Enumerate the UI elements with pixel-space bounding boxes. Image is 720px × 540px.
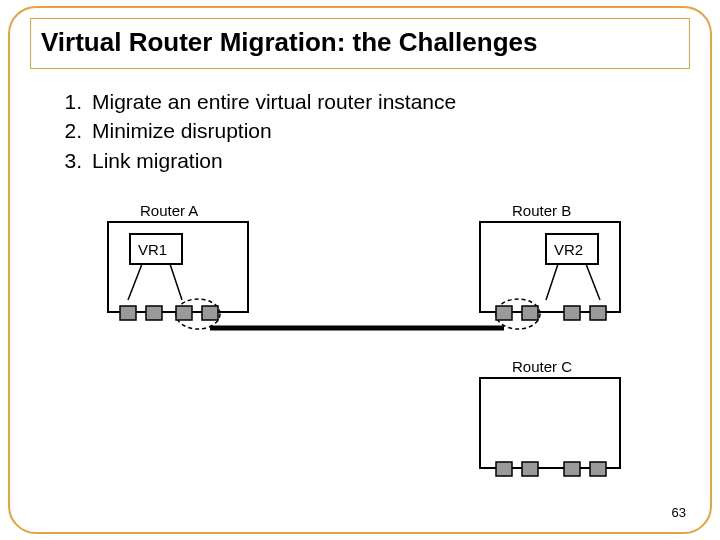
port-icon: [522, 462, 538, 476]
port-icon: [590, 462, 606, 476]
title-box: Virtual Router Migration: the Challenges: [30, 18, 690, 69]
list-number: 3.: [54, 147, 82, 174]
port-icon: [496, 306, 512, 320]
vr2-label: VR2: [554, 241, 583, 258]
router-c: Router C: [480, 358, 620, 476]
port-icon: [496, 462, 512, 476]
list-item: 3. Link migration: [54, 147, 670, 174]
port-icon: [590, 306, 606, 320]
port-icon: [522, 306, 538, 320]
router-diagram: Router A VR1 Router B: [10, 198, 710, 488]
challenge-list: 1. Migrate an entire virtual router inst…: [54, 88, 670, 176]
port-icon: [176, 306, 192, 320]
router-a-label: Router A: [140, 202, 198, 219]
slide-title: Virtual Router Migration: the Challenges: [41, 27, 679, 58]
port-icon: [202, 306, 218, 320]
router-b: Router B VR2: [480, 202, 620, 329]
vr1-label: VR1: [138, 241, 167, 258]
list-text: Minimize disruption: [92, 117, 272, 144]
list-text: Link migration: [92, 147, 223, 174]
port-icon: [120, 306, 136, 320]
router-a: Router A VR1: [108, 202, 248, 329]
port-icon: [564, 462, 580, 476]
page-number: 63: [672, 505, 686, 520]
list-item: 1. Migrate an entire virtual router inst…: [54, 88, 670, 115]
router-b-label: Router B: [512, 202, 571, 219]
slide-frame: Virtual Router Migration: the Challenges…: [8, 6, 712, 534]
list-number: 2.: [54, 117, 82, 144]
list-text: Migrate an entire virtual router instanc…: [92, 88, 456, 115]
list-item: 2. Minimize disruption: [54, 117, 670, 144]
svg-rect-6: [480, 378, 620, 468]
port-icon: [564, 306, 580, 320]
router-c-label: Router C: [512, 358, 572, 375]
port-icon: [146, 306, 162, 320]
list-number: 1.: [54, 88, 82, 115]
